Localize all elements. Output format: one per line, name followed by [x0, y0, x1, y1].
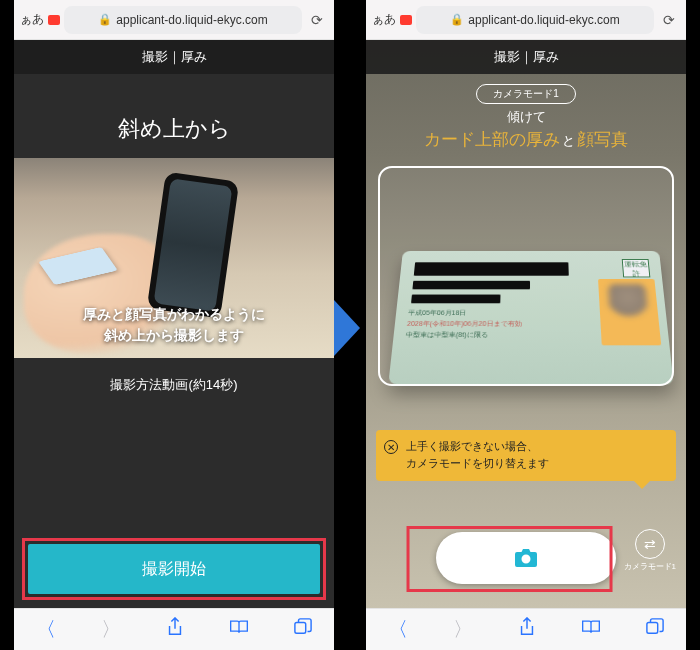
tilt-instruction: 傾けて — [366, 108, 686, 126]
lock-icon: 🔒 — [450, 13, 464, 26]
camera-guide-frame — [378, 166, 674, 386]
mode-switch-hint-banner: ✕ 上手く撮影できない場合、 カメラモードを切り替えます — [376, 430, 676, 481]
tabs-icon[interactable] — [294, 618, 312, 641]
text-size-control[interactable]: ぁあ — [372, 11, 396, 28]
forward-icon: 〉 — [101, 616, 121, 643]
tabs-icon[interactable] — [646, 618, 664, 641]
share-icon[interactable] — [518, 617, 536, 642]
back-icon[interactable]: 〈 — [36, 616, 56, 643]
phone-screen-instructions: ぁあ 🔒 applicant-do.liquid-ekyc.com ⟳ 撮影｜厚… — [14, 0, 334, 650]
close-icon[interactable]: ✕ — [384, 440, 398, 454]
browser-address-bar: ぁあ 🔒 applicant-do.liquid-ekyc.com ⟳ — [14, 0, 334, 40]
start-capture-button[interactable]: 撮影開始 — [28, 544, 320, 594]
url-field[interactable]: 🔒 applicant-do.liquid-ekyc.com — [416, 6, 654, 34]
browser-toolbar: 〈 〉 — [366, 608, 686, 650]
camera-icon — [514, 548, 538, 568]
swap-icon: ⇄ — [635, 529, 665, 559]
back-icon[interactable]: 〈 — [388, 616, 408, 643]
screen-record-icon — [48, 15, 60, 25]
phone-screen-camera: ぁあ 🔒 applicant-do.liquid-ekyc.com ⟳ 撮影｜厚… — [366, 0, 686, 650]
instruction-title: 斜め上から — [14, 74, 334, 158]
reload-icon[interactable]: ⟳ — [658, 12, 680, 28]
share-icon[interactable] — [166, 617, 184, 642]
browser-toolbar: 〈 〉 — [14, 608, 334, 650]
bookmarks-icon[interactable] — [229, 618, 249, 641]
svg-rect-0 — [294, 623, 305, 634]
bookmarks-icon[interactable] — [581, 618, 601, 641]
text-size-control[interactable]: ぁあ — [20, 11, 44, 28]
svg-rect-1 — [646, 623, 657, 634]
url-text: applicant-do.liquid-ekyc.com — [116, 13, 267, 27]
shutter-button[interactable] — [436, 532, 616, 584]
camera-mode-pill: カメラモード1 — [476, 84, 576, 104]
url-field[interactable]: 🔒 applicant-do.liquid-ekyc.com — [64, 6, 302, 34]
instruction-overlay-text: 厚みと顔写真がわかるように 斜め上から撮影します — [14, 304, 334, 346]
reload-icon[interactable]: ⟳ — [306, 12, 328, 28]
video-caption: 撮影方法動画(約14秒) — [14, 358, 334, 402]
page-title: 撮影｜厚み — [14, 40, 334, 74]
forward-icon: 〉 — [453, 616, 473, 643]
browser-address-bar: ぁあ 🔒 applicant-do.liquid-ekyc.com ⟳ — [366, 0, 686, 40]
page-title: 撮影｜厚み — [366, 40, 686, 74]
lock-icon: 🔒 — [98, 13, 112, 26]
capture-target-text: カード上部の厚みと顔写真 — [366, 126, 686, 159]
url-text: applicant-do.liquid-ekyc.com — [468, 13, 619, 27]
instruction-video-thumbnail[interactable]: 厚みと顔写真がわかるように 斜め上から撮影します — [14, 158, 334, 358]
arrow-icon — [334, 300, 360, 356]
screen-record-icon — [400, 15, 412, 25]
camera-mode-switch-button[interactable]: ⇄ カメラモード1 — [624, 529, 676, 572]
